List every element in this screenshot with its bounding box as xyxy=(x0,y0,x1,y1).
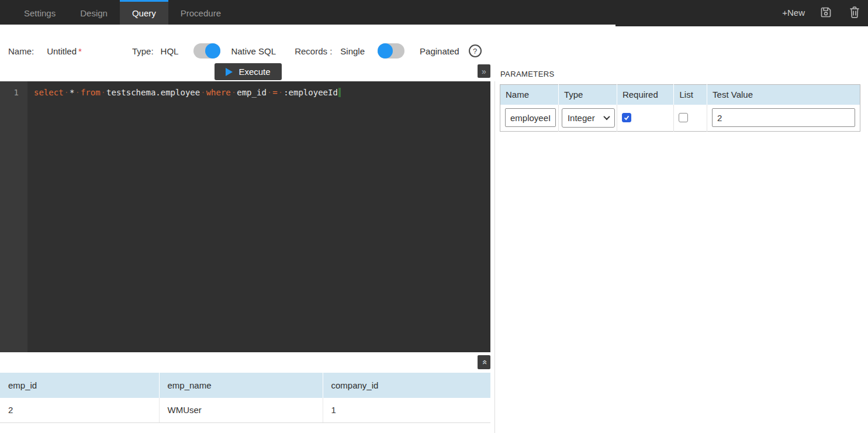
sql-editor[interactable]: 1 select·*·from·testschema.employee·wher… xyxy=(0,81,490,352)
chevron-down-icon xyxy=(603,114,610,120)
tab-procedure[interactable]: Procedure xyxy=(168,0,233,25)
results-cell: WMUser xyxy=(159,398,323,422)
expand-panel-button[interactable]: » xyxy=(478,64,490,78)
help-icon[interactable]: ? xyxy=(469,44,482,57)
line-number: 1 xyxy=(14,88,19,97)
results-cell: 1 xyxy=(323,398,490,422)
parameters-title: PARAMETERS xyxy=(500,70,555,78)
double-chevron-right-icon: » xyxy=(482,67,486,76)
results-column-company_id: company_id xyxy=(323,373,490,398)
topbar-actions: +New xyxy=(782,0,862,25)
query-name-value[interactable]: Untitled xyxy=(47,46,77,56)
tab-query[interactable]: Query xyxy=(120,0,168,25)
editor-gutter: 1 xyxy=(0,81,27,352)
toggle-knob xyxy=(205,43,220,59)
parameter-test-value-input[interactable] xyxy=(712,108,855,127)
records-option-paginated[interactable]: Paginated xyxy=(420,46,459,56)
tab-settings[interactable]: Settings xyxy=(12,0,68,25)
type-option-hql[interactable]: HQL xyxy=(161,46,179,56)
records-toggle[interactable] xyxy=(378,43,404,59)
save-icon xyxy=(819,5,833,19)
parameter-row: Integer xyxy=(500,105,860,132)
execute-label: Execute xyxy=(238,67,270,77)
records-option-single[interactable]: Single xyxy=(340,46,365,56)
name-label: Name: xyxy=(8,46,34,56)
parameters-column-test-value: Test Value xyxy=(707,85,860,105)
type-label: Type: xyxy=(132,46,154,56)
query-designer: SettingsDesignQueryProcedure +New xyxy=(0,0,868,433)
parameters-column-required: Required xyxy=(617,85,674,105)
double-chevron-up-icon: » xyxy=(479,360,489,365)
parameters-table: NameTypeRequiredListTest Value Integer xyxy=(500,84,860,132)
check-icon xyxy=(623,114,630,121)
results-table: emp_idemp_namecompany_id 2WMUser1 xyxy=(0,373,490,423)
parameter-required-checkbox[interactable] xyxy=(622,113,631,122)
type-toggle[interactable] xyxy=(193,43,220,59)
type-option-nativesql[interactable]: Native SQL xyxy=(231,46,276,56)
parameter-list-checkbox[interactable] xyxy=(679,113,688,122)
parameters-column-type: Type xyxy=(558,85,617,105)
play-icon xyxy=(226,68,233,76)
results-cell: 2 xyxy=(0,398,159,422)
save-button[interactable] xyxy=(818,5,834,20)
parameters-column-list: List xyxy=(674,85,707,105)
topbar: SettingsDesignQueryProcedure +New xyxy=(0,0,868,25)
results-column-emp_name: emp_name xyxy=(159,373,323,398)
parameter-name-input[interactable] xyxy=(505,108,556,127)
results-header-row: emp_idemp_namecompany_id xyxy=(0,373,490,398)
text-cursor xyxy=(338,88,341,97)
results-row: 2WMUser1 xyxy=(0,398,490,422)
parameters-column-name: Name xyxy=(500,85,559,105)
tab-bar: SettingsDesignQueryProcedure xyxy=(12,0,233,25)
toggle-knob xyxy=(378,43,393,59)
tab-design[interactable]: Design xyxy=(68,0,120,25)
records-label: Records : xyxy=(295,46,332,56)
selected-type-value: Integer xyxy=(568,113,595,123)
panel-divider xyxy=(494,81,495,433)
parameter-type-select[interactable]: Integer xyxy=(562,108,615,128)
parameters-header-row: NameTypeRequiredListTest Value xyxy=(500,85,860,105)
collapse-results-button[interactable]: » xyxy=(478,355,490,369)
results-column-emp_id: emp_id xyxy=(0,373,159,398)
required-asterisk: * xyxy=(78,46,82,56)
delete-button[interactable] xyxy=(847,5,862,20)
new-button[interactable]: +New xyxy=(782,8,805,18)
execute-button[interactable]: Execute xyxy=(215,63,282,80)
trash-icon xyxy=(848,5,861,19)
editor-code-area[interactable]: select·*·from·testschema.employee·where·… xyxy=(27,81,490,352)
